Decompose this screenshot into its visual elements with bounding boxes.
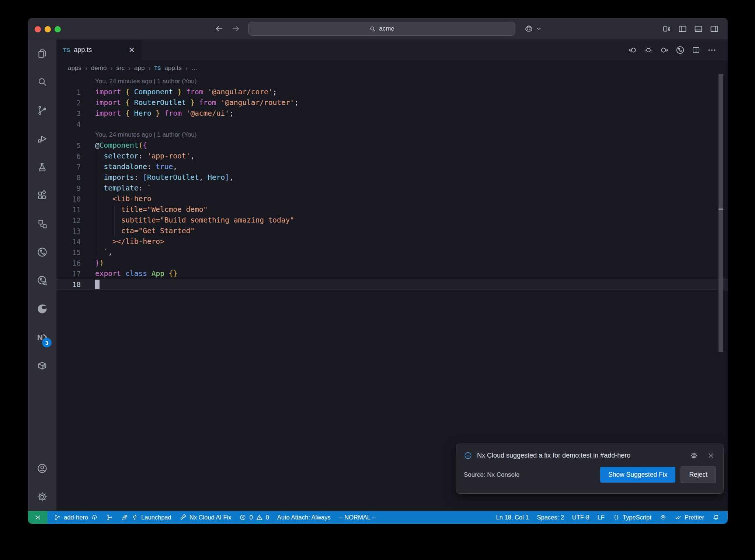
minimize-window-button[interactable] [45,26,51,32]
breadcrumb-item-file[interactable]: app.ts [164,64,181,72]
gear-icon [36,491,48,503]
code-token [164,269,169,278]
code-row[interactable]: 6 selector: 'app-root', [56,151,728,161]
status-item-copilot[interactable] [655,511,671,524]
code-row[interactable]: 15 `, [56,247,728,258]
code-row[interactable]: 11 title="Welcmoe demo" [56,204,728,215]
code-token: , [229,173,234,182]
code-token: '@acme/ui' [186,109,229,118]
activity-bar-item-testing[interactable] [28,153,56,181]
status-item-notifications[interactable] [708,511,723,524]
toggle-panel-icon[interactable] [693,24,703,34]
git-blame-row[interactable]: You, 24 minutes ago | 1 author (You) [56,76,728,87]
breadcrumb-item[interactable]: demo [91,64,107,72]
code-row[interactable]: 12 subtitle="Build something amazing tod… [56,215,728,225]
status-item-branch-sync[interactable]: add-hero [50,511,102,524]
zoom-window-button[interactable] [55,26,61,32]
status-item-launchpad[interactable]: Launchpad [117,511,175,524]
code-token [130,98,134,107]
navigate-forward-icon[interactable] [231,24,241,34]
code-token: import [95,109,121,118]
toggle-sidebar-icon[interactable] [678,24,688,34]
chevron-down-icon[interactable] [536,26,542,32]
status-item-vim-mode[interactable]: -- NORMAL -- [335,511,380,524]
activity-bar-item-search[interactable] [28,68,56,96]
copilot-icon[interactable] [524,24,534,34]
activity-bar-item-gitlens-inspect[interactable] [28,266,56,295]
code-token [121,109,125,118]
git-blame-row[interactable]: You, 24 minutes ago | 1 author (You) [56,129,728,140]
gitlens-graph-icon[interactable] [675,45,685,55]
tab-app-ts[interactable]: TS app.ts ✕ [56,39,142,60]
status-item-eol[interactable]: LF [594,511,609,524]
toggle-secondary-sidebar-icon[interactable] [709,24,719,34]
code-row[interactable]: 7 standalone: true, [56,161,728,172]
split-editor-icon[interactable] [691,45,701,55]
status-item-worktree[interactable] [102,511,117,524]
status-item-language-mode[interactable]: {}TypeScript [609,511,655,524]
line-number: 14 [56,238,81,246]
show-suggested-fix-button[interactable]: Show Suggested Fix [600,467,676,483]
activity-bar-item-nx-console[interactable]: N3 [28,323,56,351]
code-row[interactable]: 3import { Hero } from '@acme/ui'; [56,108,728,119]
code-token: {} [169,269,177,278]
warning-icon [256,514,263,521]
code-row[interactable]: 9 template: ` [56,183,728,193]
code-editor[interactable]: You, 24 minutes ago | 1 author (You)1imp… [56,76,728,290]
breadcrumb-separator: › [185,64,188,72]
status-item-formatter[interactable]: Prettier [671,511,708,524]
status-label: TypeScript [623,514,651,521]
remote-indicator[interactable] [28,511,48,524]
activity-bar-item-project-graph[interactable] [28,210,56,238]
notification-settings-icon[interactable] [690,452,698,459]
status-item-indentation[interactable]: Spaces: 2 [533,511,568,524]
activity-bar-item-extensions[interactable] [28,181,56,210]
activity-bar-item-gitlens[interactable] [28,238,56,266]
line-number: 10 [56,195,81,203]
code-row[interactable]: 4 [56,119,728,129]
code-row[interactable]: 18 [56,279,728,290]
code-row[interactable]: 14 ></lib-hero> [56,236,728,247]
beaker-icon [36,161,48,173]
previous-change-icon[interactable] [628,45,637,55]
tab-close-icon[interactable]: ✕ [128,46,135,54]
code-row[interactable]: 2import { RouterOutlet } from '@angular/… [56,97,728,108]
status-item-encoding[interactable]: UTF-8 [568,511,594,524]
breadcrumb-overflow[interactable]: … [191,64,198,72]
breadcrumb-item[interactable]: apps [68,64,81,72]
code-row[interactable]: 1import { Component } from '@angular/cor… [56,87,728,97]
vscode-window: acme N3 TS app.ts ✕ [28,18,728,524]
command-center-search[interactable]: acme [248,22,515,36]
code-row[interactable]: 8 imports: [RouterOutlet, Hero], [56,172,728,183]
close-window-button[interactable] [35,26,41,32]
status-label: Prettier [685,514,704,521]
activity-bar-item-run-and-debug[interactable] [28,125,56,153]
more-actions-icon[interactable] [707,45,717,55]
navigate-back-icon[interactable] [214,24,224,34]
breadcrumb-item[interactable]: app [134,64,145,72]
editor-scrollbar[interactable] [719,74,723,352]
code-row[interactable]: 5@Component({ [56,140,728,151]
activity-bar-item-edge-browser[interactable] [28,295,56,323]
customize-layout-icon[interactable] [662,24,672,34]
activity-bar-item-source-control[interactable] [28,96,56,125]
open-changes-icon[interactable] [644,45,653,55]
status-item-auto-attach[interactable]: Auto Attach: Always [273,511,335,524]
code-row[interactable]: 17export class App {} [56,268,728,279]
activity-bar-item-containers[interactable] [28,351,56,380]
code-row[interactable]: 10 <lib-hero [56,193,728,204]
activity-bar-item-accounts[interactable] [28,454,56,483]
code-row[interactable]: 13 cta="Get Started" [56,225,728,236]
status-item-problems[interactable]: 00 [235,511,273,524]
code-token [95,237,112,246]
status-item-cursor-position[interactable]: Ln 18, Col 1 [492,511,533,524]
next-change-icon[interactable] [660,45,669,55]
activity-bar-item-settings[interactable] [28,483,56,511]
copilot-icon [660,514,667,521]
breadcrumb-item[interactable]: src [116,64,125,72]
code-row[interactable]: 16}) [56,258,728,268]
notification-close-icon[interactable] [707,452,714,459]
status-item-nx-cloud-ai-fix[interactable]: Nx Cloud AI Fix [175,511,236,524]
activity-bar-item-explorer[interactable] [28,39,56,68]
reject-button[interactable]: Reject [681,466,716,483]
